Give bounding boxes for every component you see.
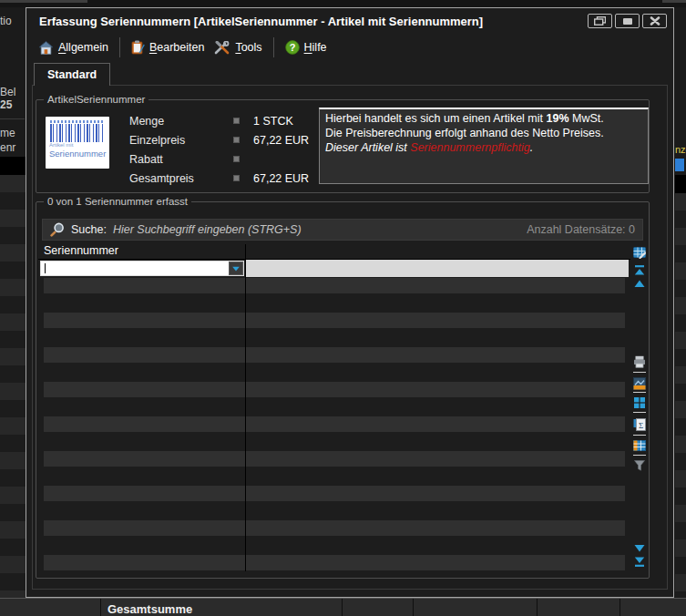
toolbar-separator bbox=[633, 412, 646, 413]
background-text-fragment: nze bbox=[675, 144, 686, 155]
background-text-fragment: 25 bbox=[0, 98, 12, 111]
window-controls bbox=[588, 14, 667, 28]
scroll-to-bottom-icon[interactable] bbox=[633, 555, 646, 568]
search-bar[interactable]: Suche: Hier Suchbegriff eingeben (STRG+S… bbox=[42, 219, 643, 241]
tab-standard[interactable]: Standard bbox=[34, 63, 110, 86]
column-header-seriennummer[interactable]: Seriennummer bbox=[38, 244, 630, 260]
background-text-fragment: Bel bbox=[0, 86, 15, 98]
scroll-to-top-icon[interactable] bbox=[633, 264, 646, 277]
table-row[interactable] bbox=[38, 312, 630, 329]
menu-label: Allgemein bbox=[58, 41, 108, 54]
bullet-icon bbox=[233, 175, 240, 181]
table-row[interactable] bbox=[38, 329, 630, 346]
table-toolbar: Σ bbox=[632, 244, 647, 571]
scroll-down-icon[interactable] bbox=[633, 542, 646, 555]
background-text-fragment: me bbox=[0, 127, 15, 139]
dialog-erfassung-seriennummern: Erfassung Seriennummern [ArtikelSeriennu… bbox=[26, 7, 674, 598]
column-divider[interactable] bbox=[245, 244, 246, 571]
table-row[interactable] bbox=[38, 537, 630, 554]
serial-input[interactable] bbox=[40, 261, 244, 276]
selected-row-highlight bbox=[246, 260, 629, 277]
table-row-selected[interactable] bbox=[38, 260, 630, 277]
tile-view-icon[interactable] bbox=[633, 396, 646, 409]
chevron-down-icon bbox=[231, 265, 241, 272]
filter-icon[interactable] bbox=[633, 459, 646, 472]
close-button[interactable] bbox=[642, 14, 667, 28]
table-row[interactable] bbox=[38, 416, 630, 433]
field-label-rabatt: Rabatt bbox=[129, 153, 233, 166]
background-top-strip bbox=[0, 0, 686, 7]
scroll-up-icon[interactable] bbox=[633, 277, 646, 290]
tab-label: Standard bbox=[47, 68, 97, 81]
field-label-gesamtpreis: Gesamtpreis bbox=[129, 172, 233, 185]
footer-column-divider bbox=[342, 599, 343, 616]
menu-item-tools[interactable]: Tools bbox=[209, 39, 266, 56]
search-placeholder[interactable]: Hier Suchbegriff eingeben (STRG+S) bbox=[113, 223, 302, 236]
table-row[interactable] bbox=[38, 467, 630, 485]
article-group: ArtikelSeriennummer Artikel mit Seriennu… bbox=[36, 99, 650, 193]
menu-item-allgemein[interactable]: Allgemein bbox=[34, 39, 113, 56]
edit-icon bbox=[131, 40, 145, 55]
table-row[interactable] bbox=[38, 450, 630, 467]
bullet-icon bbox=[233, 156, 240, 162]
barcode bbox=[50, 124, 105, 142]
toolbar-separator bbox=[633, 435, 646, 436]
background-footer-row: Gesamtsumme bbox=[0, 598, 686, 616]
footer-column-divider bbox=[100, 599, 101, 616]
menu-separator bbox=[273, 37, 274, 57]
search-label: Suche: bbox=[71, 223, 107, 236]
field-value-gesamtpreis: 67,22 EUR bbox=[253, 172, 309, 185]
article-image-caption: Artikel mit bbox=[49, 142, 106, 149]
field-value-einzelpreis: 67,22 EUR bbox=[253, 134, 309, 147]
toolbar-separator bbox=[633, 372, 646, 373]
article-fields: Menge 1 STCK Einzelpreis 67,22 EUR Rabat… bbox=[129, 111, 309, 188]
table-row[interactable] bbox=[38, 294, 630, 312]
table-columns-icon[interactable] bbox=[633, 439, 646, 452]
table-row[interactable] bbox=[38, 381, 630, 398]
tools-icon bbox=[213, 41, 230, 55]
field-label-einzelpreis: Einzelpreis bbox=[129, 134, 233, 147]
footer-column-divider bbox=[537, 599, 538, 616]
menu-separator bbox=[119, 37, 120, 57]
export-image-icon[interactable] bbox=[633, 377, 646, 390]
svg-text:?: ? bbox=[289, 42, 295, 53]
bullet-icon bbox=[233, 118, 240, 124]
maximize-icon bbox=[622, 17, 633, 26]
background-text-fragment: enr bbox=[0, 141, 15, 154]
info-line-1: Hierbei handelt es sich um einen Artikel… bbox=[325, 111, 642, 126]
toolbar-separator bbox=[633, 455, 646, 456]
field-label-menge: Menge bbox=[129, 115, 233, 128]
customize-columns-icon[interactable] bbox=[633, 246, 646, 259]
background-selected-row-fragment bbox=[0, 157, 26, 175]
toolbar-separator bbox=[633, 392, 646, 393]
background-selected-row-fragment bbox=[675, 175, 686, 193]
menu-item-bearbeiten[interactable]: Bearbeiten bbox=[127, 38, 209, 56]
dropdown-button[interactable] bbox=[229, 262, 243, 275]
screen: tio Bel 25 me enr nze Gesamtsumme Erfass… bbox=[0, 0, 686, 616]
restore-icon bbox=[594, 16, 606, 26]
info-line-3: Dieser Artikel ist Seriennummernpflichti… bbox=[325, 140, 642, 155]
table-row[interactable] bbox=[38, 346, 630, 364]
article-image-title: Seriennummer bbox=[49, 149, 106, 159]
table-row[interactable] bbox=[38, 485, 630, 502]
table-row[interactable] bbox=[38, 398, 630, 416]
table-grid: Seriennummer bbox=[38, 244, 630, 571]
table-row[interactable] bbox=[38, 277, 630, 294]
table-row[interactable] bbox=[38, 502, 630, 519]
menubar: Allgemein Bearbeiten Tool bbox=[34, 36, 332, 59]
print-icon[interactable] bbox=[633, 355, 646, 368]
restore-button[interactable] bbox=[588, 14, 612, 28]
background-window-left: tio Bel 25 me enr bbox=[0, 7, 26, 598]
serial-group-caption: 0 von 1 Seriennummer erfasst bbox=[44, 195, 191, 208]
menu-item-hilfe[interactable]: ? Hilfe bbox=[281, 38, 332, 56]
sum-document-icon[interactable]: Σ bbox=[633, 418, 646, 431]
table-row[interactable] bbox=[38, 364, 630, 381]
search-icon bbox=[50, 222, 65, 237]
bullet-icon bbox=[233, 137, 240, 143]
maximize-button[interactable] bbox=[615, 14, 640, 28]
background-icon-fragment bbox=[675, 159, 684, 171]
table-row[interactable] bbox=[38, 554, 630, 571]
table-row[interactable] bbox=[38, 519, 630, 537]
table-row[interactable] bbox=[38, 433, 630, 450]
article-info-box: Hierbei handelt es sich um einen Artikel… bbox=[319, 108, 649, 184]
